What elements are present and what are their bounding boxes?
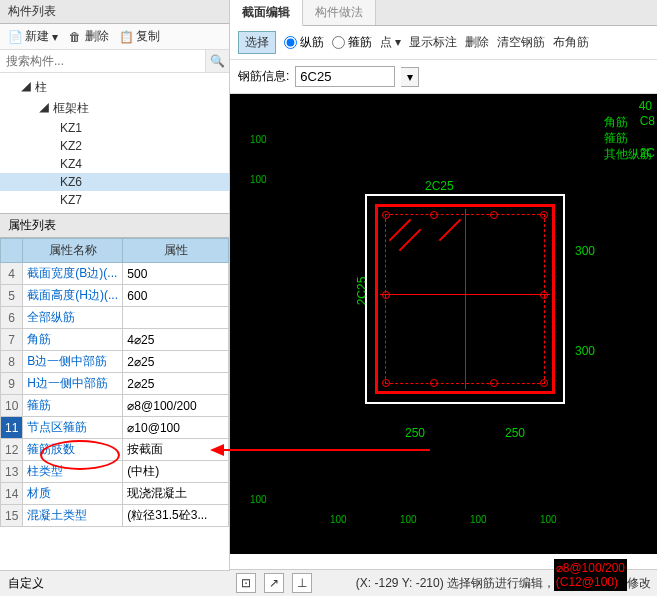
- tick: 100: [400, 514, 417, 525]
- tree-item-kz4[interactable]: KZ4: [0, 155, 229, 173]
- property-row[interactable]: 8B边一侧中部筋2⌀25: [1, 351, 229, 373]
- tree-item-kz6[interactable]: KZ6: [0, 173, 229, 191]
- right-toolbar: 选择 纵筋 箍筋 点 ▾ 显示标注 删除 清空钢筋 布角筋: [230, 26, 657, 60]
- property-row[interactable]: 12箍筋肢数按截面: [1, 439, 229, 461]
- row-val[interactable]: (粒径31.5砼3...: [123, 505, 229, 527]
- col-name: 属性名称: [23, 239, 123, 263]
- row-num: 4: [1, 263, 23, 285]
- tick: 100: [250, 134, 267, 145]
- row-num: 5: [1, 285, 23, 307]
- component-tree: ◢ 柱 ◢ 框架柱 KZ1 KZ2 KZ4 KZ6 KZ7: [0, 73, 229, 213]
- radio-gu-input[interactable]: [332, 36, 345, 49]
- row-key: 角筋: [23, 329, 123, 351]
- row-val[interactable]: 2⌀25: [123, 373, 229, 395]
- delete-button[interactable]: 🗑删除: [68, 28, 109, 45]
- tree-item-kz7[interactable]: KZ7: [0, 191, 229, 209]
- row-num: 6: [1, 307, 23, 329]
- status-btn2[interactable]: ↗: [264, 573, 284, 593]
- row-key: 材质: [23, 483, 123, 505]
- row-val[interactable]: 2⌀25: [123, 351, 229, 373]
- dian-label: 点: [380, 35, 392, 49]
- dim-c8: C8: [640, 114, 655, 128]
- tree-root[interactable]: ◢ 柱: [0, 77, 229, 98]
- row-num: 14: [1, 483, 23, 505]
- rebar-dot: [430, 379, 438, 387]
- delete-label: 删除: [85, 28, 109, 45]
- property-table: 属性名称属性 4截面宽度(B边)(...5005截面高度(H边)(...6006…: [0, 238, 229, 527]
- row-key: 全部纵筋: [23, 307, 123, 329]
- row-val[interactable]: 500: [123, 263, 229, 285]
- radio-zong[interactable]: 纵筋: [284, 34, 324, 51]
- legend-stirrup: 箍筋: [604, 130, 652, 146]
- row-val[interactable]: 600: [123, 285, 229, 307]
- tab-component-method[interactable]: 构件做法: [303, 0, 376, 25]
- row-val[interactable]: [123, 307, 229, 329]
- property-row[interactable]: 14材质现浇混凝土: [1, 483, 229, 505]
- copy-icon: 📋: [119, 30, 133, 44]
- radio-zong-input[interactable]: [284, 36, 297, 49]
- property-row[interactable]: 10箍筋⌀8@100/200: [1, 395, 229, 417]
- property-list-header: 属性列表: [0, 213, 229, 238]
- dian-button[interactable]: 点 ▾: [380, 34, 401, 51]
- row-val[interactable]: (中柱): [123, 461, 229, 483]
- bottom-red1: ⌀8@100/200: [556, 561, 625, 575]
- bujiao-button[interactable]: 布角筋: [553, 34, 589, 51]
- property-row[interactable]: 13柱类型(中柱): [1, 461, 229, 483]
- chevron-down-icon: ▾: [407, 70, 413, 84]
- dim-r300a: 300: [575, 244, 595, 258]
- property-row[interactable]: 4截面宽度(B边)(...500: [1, 263, 229, 285]
- row-key: 箍筋: [23, 395, 123, 417]
- search-input[interactable]: [0, 50, 205, 72]
- row-key: 截面高度(H边)(...: [23, 285, 123, 307]
- tree-sub[interactable]: ◢ 框架柱: [0, 98, 229, 119]
- row-val[interactable]: 4⌀25: [123, 329, 229, 351]
- tick: 100: [250, 494, 267, 505]
- property-row[interactable]: 9H边一侧中部筋2⌀25: [1, 373, 229, 395]
- bottom-red2: (C12@100): [556, 575, 625, 589]
- row-val[interactable]: 现浇混凝土: [123, 483, 229, 505]
- property-row[interactable]: 15混凝土类型(粒径31.5砼3...: [1, 505, 229, 527]
- del-rebar-button[interactable]: 删除: [465, 34, 489, 51]
- property-row[interactable]: 6全部纵筋: [1, 307, 229, 329]
- radio-zong-label: 纵筋: [300, 34, 324, 51]
- row-num: 9: [1, 373, 23, 395]
- custom-tab[interactable]: 自定义: [0, 570, 230, 596]
- new-button[interactable]: 📄新建▾: [8, 28, 58, 45]
- row-num: 8: [1, 351, 23, 373]
- rebar-info-row: 钢筋信息: ▾: [230, 60, 657, 94]
- copy-button[interactable]: 📋复制: [119, 28, 160, 45]
- search-button[interactable]: 🔍: [205, 50, 229, 72]
- rebar-info-label: 钢筋信息:: [238, 68, 289, 85]
- radio-gu[interactable]: 箍筋: [332, 34, 372, 51]
- clear-button[interactable]: 清空钢筋: [497, 34, 545, 51]
- section-canvas[interactable]: 角筋 箍筋 其他纵筋 40 C8 2C 2C25 2C25 300 300 25…: [230, 94, 657, 554]
- dim-b250b: 250: [505, 426, 525, 440]
- tick: 100: [540, 514, 557, 525]
- tab-section-edit[interactable]: 截面编辑: [230, 0, 303, 26]
- status-btn1[interactable]: ⊡: [236, 573, 256, 593]
- search-row: 🔍: [0, 50, 229, 73]
- rebar-dot: [540, 379, 548, 387]
- right-tabs: 截面编辑 构件做法: [230, 0, 657, 26]
- row-val[interactable]: ⌀8@100/200: [123, 395, 229, 417]
- property-row[interactable]: 7角筋4⌀25: [1, 329, 229, 351]
- rebar-dot: [382, 211, 390, 219]
- status-btn3[interactable]: ⊥: [292, 573, 312, 593]
- rebar-dot: [540, 211, 548, 219]
- tree-item-kz2[interactable]: KZ2: [0, 137, 229, 155]
- property-row[interactable]: 11节点区箍筋⌀10@100: [1, 417, 229, 439]
- row-val[interactable]: 按截面: [123, 439, 229, 461]
- select-button[interactable]: 选择: [238, 31, 276, 54]
- row-val[interactable]: ⌀10@100: [123, 417, 229, 439]
- dim-b250a: 250: [405, 426, 425, 440]
- tree-sub-label: 框架柱: [53, 101, 89, 115]
- biao-button[interactable]: 显示标注: [409, 34, 457, 51]
- row-key: 节点区箍筋: [23, 417, 123, 439]
- tree-item-kz1[interactable]: KZ1: [0, 119, 229, 137]
- rebar-info-dropdown[interactable]: ▾: [401, 67, 419, 87]
- radio-gu-label: 箍筋: [348, 34, 372, 51]
- rebar-dot: [430, 211, 438, 219]
- row-key: H边一侧中部筋: [23, 373, 123, 395]
- property-row[interactable]: 5截面高度(H边)(...600: [1, 285, 229, 307]
- rebar-info-input[interactable]: [295, 66, 395, 87]
